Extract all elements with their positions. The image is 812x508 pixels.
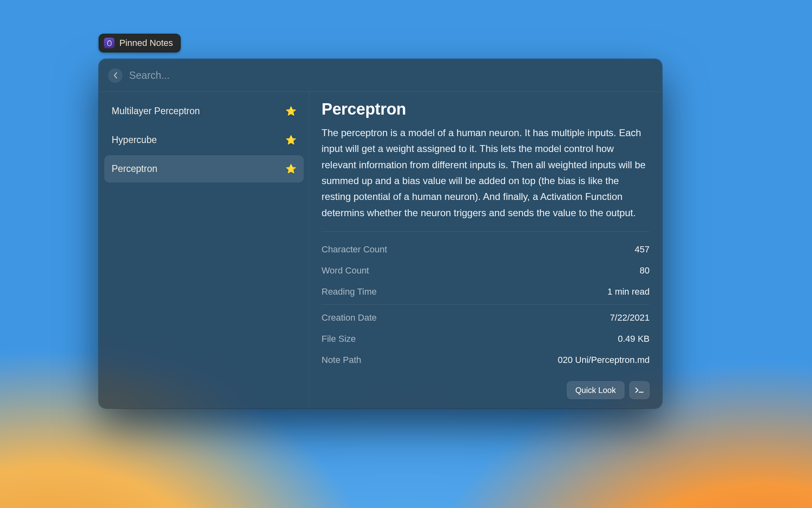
meta-label: File Size — [322, 334, 356, 344]
terminal-button[interactable] — [629, 381, 650, 399]
meta-label: Reading Time — [322, 287, 377, 297]
window-body: Multilayer Perceptron ⭐ Hypercube ⭐ Perc… — [99, 92, 662, 408]
list-item[interactable]: Perceptron ⭐ — [104, 155, 304, 182]
note-metadata: Character Count 457 Word Count 80 Readin… — [322, 239, 650, 371]
button-label: Quick Look — [575, 386, 616, 395]
meta-label: Creation Date — [322, 313, 377, 323]
meta-row-word-count: Word Count 80 — [322, 260, 650, 281]
quick-look-button[interactable]: Quick Look — [567, 381, 624, 399]
meta-value: 1 min read — [607, 287, 650, 297]
meta-label: Note Path — [322, 355, 361, 365]
meta-row-file-size: File Size 0.49 KB — [322, 328, 650, 350]
meta-value: 457 — [635, 244, 650, 255]
chevron-left-icon — [113, 72, 118, 78]
app-title: Pinned Notes — [119, 38, 173, 48]
meta-label: Character Count — [322, 244, 387, 255]
meta-row-character-count: Character Count 457 — [322, 239, 650, 260]
list-item-label: Hypercube — [112, 135, 157, 145]
back-button[interactable] — [108, 68, 123, 83]
note-body: The perceptron is a model of a human neu… — [322, 125, 650, 232]
action-bar: Quick Look — [322, 377, 650, 399]
search-input[interactable] — [129, 69, 653, 81]
list-item[interactable]: Hypercube ⭐ — [104, 126, 304, 154]
meta-value: 0.49 KB — [618, 334, 650, 344]
meta-row-reading-time: Reading Time 1 min read — [322, 281, 650, 305]
app-icon — [104, 38, 114, 48]
pinned-notes-window: Multilayer Perceptron ⭐ Hypercube ⭐ Perc… — [99, 59, 662, 408]
meta-row-note-path: Note Path 020 Uni/Perceptron.md — [322, 350, 650, 371]
meta-value: 7/22/2021 — [610, 313, 650, 323]
note-detail-pane: Perceptron The perceptron is a model of … — [309, 92, 662, 408]
terminal-prompt-icon — [635, 387, 644, 393]
list-item-label: Perceptron — [112, 163, 158, 174]
app-title-chip: Pinned Notes — [99, 34, 181, 52]
star-icon: ⭐ — [285, 135, 296, 145]
list-item-label: Multilayer Perceptron — [112, 106, 200, 117]
meta-value: 80 — [640, 265, 650, 276]
list-item[interactable]: Multilayer Perceptron ⭐ — [104, 98, 304, 125]
star-icon: ⭐ — [285, 106, 296, 117]
note-title: Perceptron — [322, 100, 650, 118]
meta-row-creation-date: Creation Date 7/22/2021 — [322, 307, 650, 328]
star-icon: ⭐ — [285, 164, 296, 174]
meta-value: 020 Uni/Perceptron.md — [558, 355, 650, 365]
meta-label: Word Count — [322, 265, 369, 276]
notes-list: Multilayer Perceptron ⭐ Hypercube ⭐ Perc… — [99, 92, 309, 408]
search-bar — [99, 59, 662, 92]
